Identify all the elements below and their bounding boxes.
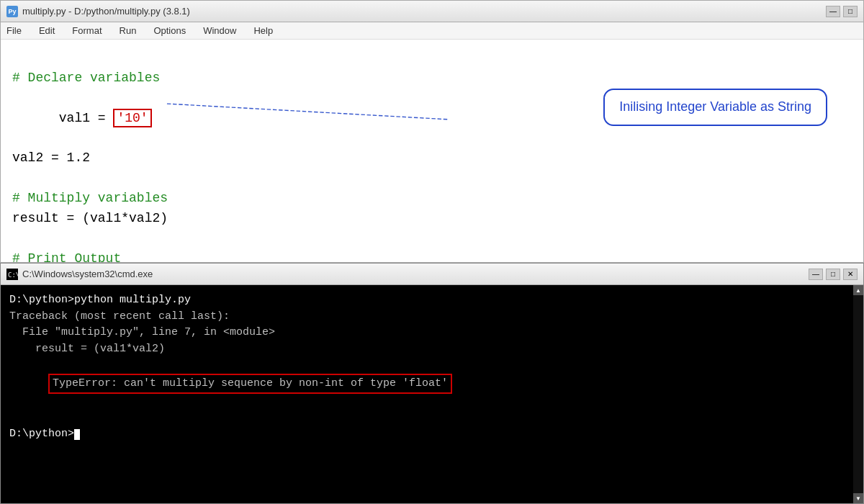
terminal-line-4: result = (val1*val2) [9, 341, 855, 358]
terminal-line-3: File "multiply.py", line 7, in <module> [9, 325, 855, 341]
code-comment-2: # Multiply variables [12, 189, 852, 209]
code-blank-1 [12, 48, 852, 68]
code-comment-3: # Print Output [12, 249, 852, 262]
menu-options[interactable]: Options [150, 25, 189, 36]
annotation-box: Inilising Integer Variable as String [603, 89, 827, 126]
code-val2: val2 = 1.2 [12, 148, 852, 168]
svg-text:C:\: C:\ [8, 271, 18, 279]
editor-icon: Py [6, 6, 18, 17]
menu-run[interactable]: Run [117, 25, 140, 36]
scroll-up-arrow[interactable]: ▲ [853, 285, 863, 295]
maximize-button[interactable]: □ [843, 6, 858, 17]
editor-title-left: Py multiply.py - D:/python/multiply.py (… [6, 6, 190, 17]
terminal-line-5-error: TypeError: can't multiply sequence by no… [9, 357, 855, 410]
terminal-minimize-button[interactable]: — [809, 269, 823, 280]
annotation-text: Inilising Integer Variable as String [619, 99, 811, 114]
code-editor[interactable]: # Declare variables val1 = '10' val2 = 1… [1, 40, 863, 262]
code-blank-3 [12, 229, 852, 249]
error-message: TypeError: can't multiply sequence by no… [48, 374, 452, 395]
cursor-blink [74, 429, 80, 440]
terminal-title-bar: C:\ C:\Windows\system32\cmd.exe — □ ✕ [1, 264, 863, 285]
terminal-maximize-button[interactable]: □ [826, 269, 840, 280]
scroll-track[interactable] [853, 295, 863, 493]
scroll-down-arrow[interactable]: ▼ [853, 493, 863, 503]
terminal-title-text: C:\Windows\system32\cmd.exe [22, 269, 153, 279]
terminal-close-button[interactable]: ✕ [843, 269, 858, 280]
terminal-content: D:\python>python multiply.py Traceback (… [1, 285, 863, 503]
cmd-icon: C:\ [6, 269, 18, 280]
editor-window: Py multiply.py - D:/python/multiply.py (… [0, 0, 864, 263]
terminal-line-6 [9, 410, 855, 427]
editor-title-bar: Py multiply.py - D:/python/multiply.py (… [1, 1, 863, 22]
editor-title-text: multiply.py - D:/python/multiply.py (3.8… [22, 6, 190, 17]
menu-edit[interactable]: Edit [36, 25, 58, 36]
code-blank-2 [12, 168, 852, 189]
menu-window[interactable]: Window [200, 25, 239, 36]
terminal-title-left: C:\ C:\Windows\system32\cmd.exe [6, 269, 153, 280]
terminal-line-7: D:\python> [9, 426, 855, 443]
terminal-window-controls[interactable]: — □ ✕ [809, 269, 858, 280]
menu-file[interactable]: File [4, 25, 24, 36]
terminal-window: C:\ C:\Windows\system32\cmd.exe — □ ✕ D:… [0, 263, 864, 504]
menu-help[interactable]: Help [251, 25, 276, 36]
editor-menu-bar: File Edit Format Run Options Window Help [1, 22, 863, 40]
menu-format[interactable]: Format [69, 25, 104, 36]
code-result: result = (val1*val2) [12, 209, 852, 229]
minimize-button[interactable]: — [826, 6, 840, 17]
terminal-line-2: Traceback (most recent call last): [9, 309, 855, 325]
terminal-scrollbar[interactable]: ▲ ▼ [853, 285, 863, 503]
terminal-line-1: D:\python>python multiply.py [9, 292, 855, 309]
code-comment-1: # Declare variables [12, 68, 852, 89]
editor-window-controls[interactable]: — □ [826, 6, 858, 17]
